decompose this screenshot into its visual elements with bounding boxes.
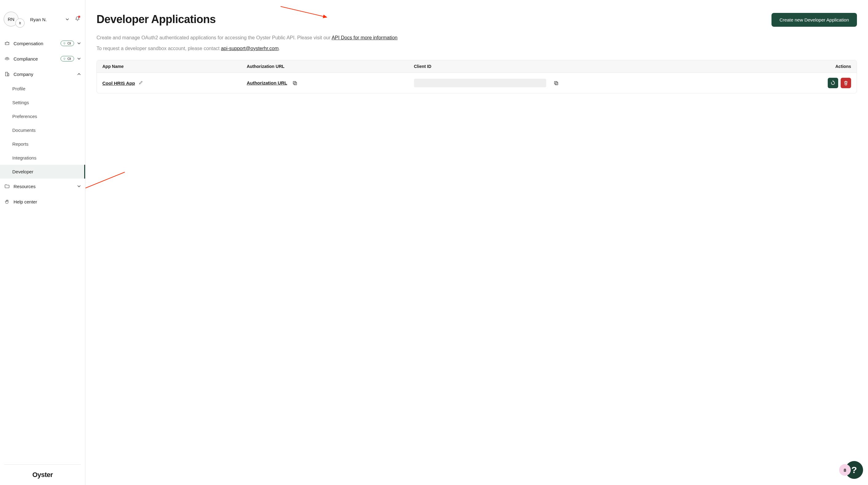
sidebar: RN It Ryan N. Compensation OI (0, 0, 86, 485)
create-app-button[interactable]: Create new Developer Application (772, 13, 857, 27)
svg-rect-6 (555, 82, 558, 85)
nav-item-help[interactable]: Help center (0, 194, 85, 209)
nav-item-resources[interactable]: Resources (0, 179, 85, 194)
intro-text: Create and manage OAuth2 authenticated a… (96, 34, 857, 41)
svg-rect-2 (5, 72, 8, 76)
copy-icon[interactable] (554, 81, 559, 86)
trash-icon (843, 80, 849, 86)
svg-point-1 (64, 58, 65, 59)
oi-text: OI (67, 41, 71, 45)
nav-sub-profile[interactable]: Profile (0, 82, 85, 96)
page-header: Developer Applications Create new Develo… (96, 13, 857, 27)
brand-logo: Oyster (4, 471, 81, 479)
nav-sub-preferences[interactable]: Preferences (0, 110, 85, 123)
col-auth-url: Authorization URL (241, 60, 408, 73)
rotate-icon (830, 80, 836, 86)
notification-dot (78, 16, 80, 18)
svg-line-9 (86, 172, 125, 190)
sandbox-pre: To request a developer sandbox account, … (96, 46, 221, 51)
edit-icon[interactable] (138, 80, 143, 85)
table-row: Cool HRIS App Authorization URL (97, 73, 857, 93)
intro-pre: Create and manage OAuth2 authenticated a… (96, 35, 332, 40)
nav-item-compliance[interactable]: Compliance OI (0, 51, 85, 66)
notifications-button[interactable] (75, 16, 80, 23)
nav-sub-integrations[interactable]: Integrations (0, 151, 85, 165)
help-widget: 8 ? (839, 461, 863, 479)
bulb-icon (63, 57, 66, 61)
svg-rect-4 (294, 82, 297, 85)
nav-item-company[interactable]: Company (0, 66, 85, 82)
app-name-link[interactable]: Cool HRIS App (102, 81, 135, 86)
copy-icon[interactable] (292, 81, 298, 86)
col-app-name: App Name (97, 60, 241, 73)
svg-point-0 (64, 42, 65, 44)
sandbox-post: . (279, 46, 280, 51)
main-content: Developer Applications Create new Develo… (86, 0, 868, 485)
sidebar-nav: Compensation OI Compliance OI (0, 36, 85, 464)
col-actions: Actions (765, 60, 857, 73)
regenerate-button[interactable] (828, 78, 838, 88)
chevron-down-icon (77, 57, 81, 61)
oi-text: OI (67, 57, 71, 61)
sidebar-footer: Oyster (4, 464, 81, 485)
user-name: Ryan N. (30, 17, 65, 22)
sandbox-text: To request a developer sandbox account, … (96, 46, 857, 51)
col-client-id: Client ID (408, 60, 766, 73)
building-icon (4, 71, 10, 77)
nav-label: Compliance (13, 56, 61, 61)
chart-icon (4, 40, 10, 46)
delete-button[interactable] (841, 78, 851, 88)
page-title: Developer Applications (96, 13, 216, 26)
oi-badge: OI (61, 40, 74, 46)
chevron-down-icon (77, 184, 81, 188)
avatar-sub: It (16, 19, 25, 28)
svg-rect-5 (293, 82, 296, 84)
api-docs-link[interactable]: API Docs for more information (332, 35, 397, 40)
hand-icon (4, 199, 10, 204)
nav-sub-documents[interactable]: Documents (0, 123, 85, 137)
nav-label: Company (13, 71, 77, 77)
help-badge-count: 8 (839, 464, 851, 476)
nav-label: Help center (13, 199, 81, 204)
user-avatar-group[interactable]: RN It (4, 12, 25, 27)
client-id-field[interactable] (414, 79, 546, 87)
folder-icon (4, 183, 10, 189)
scales-icon (4, 56, 10, 61)
chevron-up-icon (77, 72, 81, 76)
nav-sub-settings[interactable]: Settings (0, 96, 85, 110)
oi-badge: OI (61, 56, 74, 61)
svg-rect-7 (554, 81, 557, 84)
chevron-down-icon[interactable] (65, 18, 69, 21)
apps-table: App Name Authorization URL Client ID Act… (96, 60, 857, 93)
nav-label: Compensation (13, 41, 61, 46)
nav-item-compensation[interactable]: Compensation OI (0, 36, 85, 51)
auth-url-link[interactable]: Authorization URL (247, 80, 287, 86)
chevron-down-icon (77, 41, 81, 45)
svg-rect-3 (8, 74, 9, 76)
nav-sub-developer[interactable]: Developer (0, 165, 85, 179)
nav-label: Resources (13, 184, 77, 189)
bulb-icon (63, 42, 66, 45)
annotation-arrow-left (86, 171, 131, 195)
nav-sub-reports[interactable]: Reports (0, 137, 85, 151)
sidebar-header: RN It Ryan N. (0, 12, 85, 36)
support-email-link[interactable]: api-support@oysterhr.com (221, 46, 279, 51)
